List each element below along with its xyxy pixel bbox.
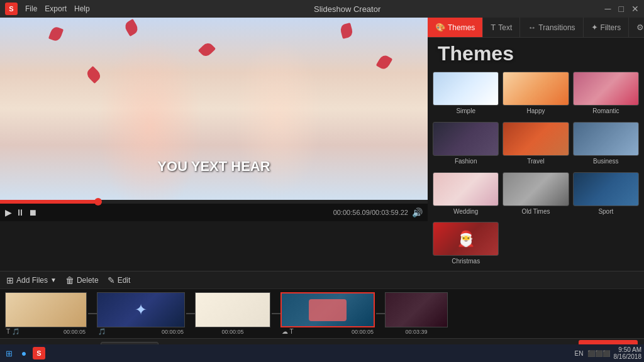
theme-romantic-thumb (573, 72, 639, 106)
time-display: 00:00:56.09/00:03:59.22 (333, 209, 408, 216)
volume-icon[interactable]: 🔊 (412, 207, 423, 217)
theme-christmas-label: Christmas (452, 258, 480, 265)
text-tab-label: Text (498, 23, 512, 32)
add-files-dropdown-icon[interactable]: ▼ (50, 277, 57, 283)
clip-1-duration: 00:00:05 (64, 329, 86, 335)
video-progress-bar[interactable] (0, 200, 428, 204)
tab-elements[interactable]: ⚙ Elements (629, 18, 644, 37)
connector-2 (186, 296, 195, 331)
playback-controls: ▶ ⏸ ⏹ 00:00:56.09/00:03:59.22 🔊 (0, 204, 428, 221)
theme-fashion-label: Fashion (455, 158, 477, 165)
theme-business-thumb (573, 122, 639, 156)
clip-3-duration: 00:00:05 (221, 329, 243, 335)
add-files-icon: ⊞ (6, 275, 14, 285)
theme-happy-label: Happy (527, 107, 545, 114)
timeline-toolbar: ⊞ Add Files ▼ 🗑 Delete ✎ Edit (0, 271, 644, 288)
theme-simple-label: Simple (456, 107, 475, 114)
main-content: YOU YEXT HEAR ▶ ⏸ ⏹ 00:00:56.09/00:03:59… (0, 18, 644, 271)
titlebar-left: S File Export Help (5, 3, 90, 15)
clip-2-duration: 00:00:05 (162, 329, 184, 335)
maximize-button[interactable]: □ (619, 4, 624, 14)
app-logo: S (5, 3, 18, 15)
close-button[interactable]: ✕ (631, 4, 639, 14)
chrome-taskbar-icon[interactable]: ● (18, 347, 30, 359)
timeline-clip-1[interactable]: T 🎵 00:00:05 (5, 292, 87, 335)
delete-icon: 🗑 (65, 275, 74, 285)
timeline: T 🎵 00:00:05 ✦ 🎵 00:00:05 00:00:05 ☁ (0, 288, 644, 338)
themes-tab-label: Themes (448, 23, 475, 32)
system-icons: ⬛⬛⬛ (587, 350, 610, 357)
progress-fill (0, 200, 98, 204)
theme-simple[interactable]: Simple (433, 72, 499, 118)
theme-sport-thumb (573, 172, 639, 206)
theme-sport-label: Sport (598, 208, 613, 215)
theme-wedding-label: Wedding (453, 208, 478, 215)
theme-romantic[interactable]: Romantic (573, 72, 639, 118)
progress-thumb[interactable] (94, 198, 102, 206)
connector-4 (376, 296, 385, 331)
theme-oldtimes-thumb (502, 172, 569, 206)
app-taskbar-icon[interactable]: S (33, 347, 45, 359)
date: 8/16/2018 (614, 353, 642, 360)
text-tab-icon: T (491, 23, 496, 32)
theme-christmas[interactable]: 🎅 Christmas (433, 222, 499, 268)
transitions-tab-icon: ↔ (528, 23, 536, 32)
themes-title: Themes (438, 42, 514, 65)
theme-fashion[interactable]: Fashion (433, 122, 499, 168)
play-button[interactable]: ▶ (5, 207, 12, 217)
minimize-button[interactable]: ─ (605, 4, 611, 14)
themes-tab-icon: 🎨 (435, 23, 445, 32)
tab-themes[interactable]: 🎨 Themes (428, 18, 483, 37)
add-files-button[interactable]: ⊞ Add Files ▼ (6, 275, 57, 285)
filters-tab-icon: ✦ (591, 23, 598, 32)
edit-icon: ✎ (108, 275, 115, 285)
theme-simple-thumb (433, 72, 499, 106)
theme-happy[interactable]: Happy (502, 72, 569, 118)
timeline-clip-2[interactable]: ✦ 🎵 00:00:05 (97, 292, 185, 335)
timeline-clip-5[interactable]: 00:03:39 (385, 292, 448, 335)
add-files-label: Add Files (16, 276, 48, 285)
filters-tab-label: Filters (601, 23, 621, 32)
menu-export[interactable]: Export (45, 4, 67, 13)
tab-text[interactable]: T Text (483, 18, 520, 37)
system-tray: EN ⬛⬛⬛ 9:50 AM 8/16/2018 (575, 346, 641, 360)
theme-travel-thumb (502, 122, 569, 156)
stop-button[interactable]: ⏹ (28, 207, 37, 217)
theme-wedding[interactable]: Wedding (433, 172, 499, 219)
window-controls: ─ □ ✕ (605, 4, 639, 14)
tab-filters[interactable]: ✦ Filters (584, 18, 630, 37)
delete-button[interactable]: 🗑 Delete (65, 275, 99, 285)
clip-4-duration: 00:00:05 (352, 329, 374, 335)
taskbar: ⊞ ● S EN ⬛⬛⬛ 9:50 AM 8/16/2018 (0, 344, 644, 362)
right-panel: 🎨 Themes T Text ↔ Transitions ✦ Filters … (428, 18, 644, 271)
theme-oldtimes[interactable]: Old Times (502, 172, 569, 219)
connector-1 (88, 296, 97, 331)
delete-label: Delete (77, 276, 99, 285)
elements-tab-icon: ⚙ (636, 23, 644, 32)
tab-transitions[interactable]: ↔ Transitions (520, 18, 583, 37)
timeline-clip-3[interactable]: 00:00:05 (195, 292, 270, 335)
preview-section: YOU YEXT HEAR ▶ ⏸ ⏹ 00:00:56.09/00:03:59… (0, 18, 428, 271)
timeline-clip-4[interactable]: ☁ T 00:00:05 (280, 292, 375, 335)
themes-heading: Themes (428, 38, 644, 69)
theme-travel[interactable]: Travel (502, 122, 569, 168)
theme-wedding-thumb (433, 172, 499, 206)
menu-help[interactable]: Help (74, 4, 90, 13)
theme-business[interactable]: Business (573, 122, 639, 168)
menu-file[interactable]: File (25, 4, 37, 13)
start-button[interactable]: ⊞ (3, 347, 15, 359)
edit-label: Edit (118, 276, 131, 285)
edit-button[interactable]: ✎ Edit (108, 275, 131, 285)
themes-grid: Simple Happy Romantic Fashion Travel Bus… (428, 69, 644, 271)
theme-oldtimes-label: Old Times (521, 208, 550, 215)
panel-tabs: 🎨 Themes T Text ↔ Transitions ✦ Filters … (428, 18, 644, 38)
theme-romantic-label: Romantic (592, 107, 619, 114)
time: 9:50 AM (614, 346, 642, 353)
video-preview: YOU YEXT HEAR (0, 18, 428, 200)
theme-sport[interactable]: Sport (573, 172, 639, 219)
theme-christmas-thumb: 🎅 (433, 222, 499, 256)
pause-button[interactable]: ⏸ (16, 207, 25, 217)
start-icon: ⊞ (3, 347, 15, 359)
clock: 9:50 AM 8/16/2018 (614, 346, 642, 360)
clip-5-duration: 00:03:39 (405, 329, 427, 335)
